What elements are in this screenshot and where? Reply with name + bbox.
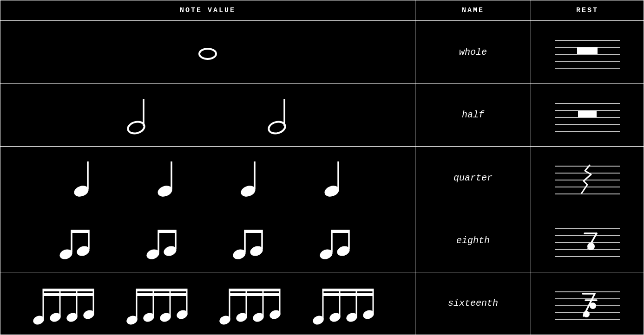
whole-name-cell: whole <box>415 21 531 83</box>
quarter-note-value-cell <box>0 147 415 209</box>
svg-rect-7 <box>577 47 598 54</box>
quarter-rest-cell <box>531 147 644 209</box>
quarter-note-3 <box>239 157 260 199</box>
sixteenth-rest-cell <box>531 272 644 335</box>
whole-row: whole <box>0 21 644 84</box>
quarter-note-1 <box>72 157 93 199</box>
eighth-note-value-cell <box>0 209 415 271</box>
svg-rect-35 <box>72 230 89 233</box>
svg-rect-77 <box>137 289 187 291</box>
quarter-note-2 <box>156 157 177 199</box>
sixteenth-group-3 <box>219 280 289 327</box>
svg-rect-88 <box>230 293 280 296</box>
half-note-value-cell <box>0 84 415 146</box>
svg-rect-45 <box>245 230 262 233</box>
music-table: NOTE VALUE NAME REST whole <box>0 0 644 335</box>
half-row: half <box>0 84 644 146</box>
note-value-header: NOTE VALUE <box>0 0 415 20</box>
svg-rect-68 <box>43 293 93 296</box>
sixteenth-rest-symbol <box>550 283 624 324</box>
quarter-rest-symbol <box>550 157 624 199</box>
svg-rect-50 <box>332 230 349 233</box>
sixteenth-group-2 <box>126 280 196 327</box>
quarter-label: quarter <box>453 173 493 183</box>
sixteenth-label: sixteenth <box>448 298 498 309</box>
whole-rest-symbol <box>550 31 624 73</box>
whole-note <box>194 43 222 61</box>
whole-label: whole <box>459 47 487 58</box>
svg-rect-98 <box>323 293 373 296</box>
half-note-1 <box>125 94 150 136</box>
eighth-name-cell: eighth <box>415 209 531 271</box>
sixteenth-group-4 <box>313 280 382 327</box>
eighth-row: eighth <box>0 209 644 272</box>
eighth-label: eighth <box>456 235 490 246</box>
eighth-rest-cell <box>531 209 644 271</box>
svg-rect-17 <box>578 111 597 117</box>
half-rest-cell <box>531 84 644 146</box>
whole-rest-cell <box>531 21 644 83</box>
quarter-row: quarter <box>0 147 644 209</box>
sixteenth-row: sixteenth <box>0 272 644 335</box>
svg-rect-40 <box>158 230 176 233</box>
svg-rect-67 <box>43 289 93 291</box>
quarter-note-4 <box>322 157 343 199</box>
quarter-name-cell: quarter <box>415 147 531 209</box>
whole-note-value-cell <box>0 21 415 83</box>
sixteenth-note-value-cell <box>0 272 415 335</box>
name-header: NAME <box>415 0 531 20</box>
eighth-group-4 <box>319 219 356 261</box>
svg-rect-97 <box>323 289 373 291</box>
sixteenth-group-1 <box>33 280 103 327</box>
rest-header: REST <box>531 0 644 20</box>
eighth-group-1 <box>59 219 96 261</box>
eighth-group-2 <box>146 219 183 261</box>
svg-rect-87 <box>230 289 280 291</box>
sixteenth-name-cell: sixteenth <box>415 272 531 335</box>
table-header: NOTE VALUE NAME REST <box>0 0 644 21</box>
svg-point-1 <box>204 52 211 56</box>
half-note-2 <box>265 94 291 136</box>
half-label: half <box>462 110 484 120</box>
half-name-cell: half <box>415 84 531 146</box>
eighth-group-3 <box>232 219 269 261</box>
eighth-rest-symbol <box>550 219 624 261</box>
half-rest-symbol <box>550 94 624 136</box>
svg-rect-78 <box>137 293 187 296</box>
